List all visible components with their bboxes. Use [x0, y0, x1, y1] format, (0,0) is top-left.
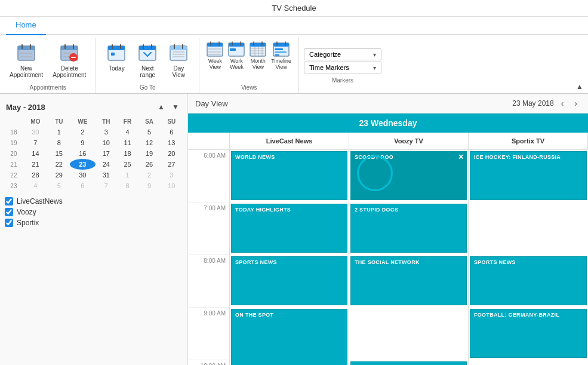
cal-source-sportix-checkbox[interactable]	[5, 219, 13, 227]
ribbon-group-goto: Today Nextrange	[96, 38, 199, 93]
cal-day-other-5-w5[interactable]: 5	[48, 180, 70, 191]
time-markers-chevron-icon: ▾	[373, 65, 376, 71]
cal-day-12-w1[interactable]: 12	[138, 137, 160, 148]
cal-day-14-w2[interactable]: 14	[23, 148, 48, 159]
ribbon-collapse-button[interactable]: ▲	[576, 82, 583, 91]
svg-rect-31	[207, 43, 223, 47]
scooby-doo-close-btn[interactable]: ✕	[458, 153, 464, 161]
new-appointment-label: NewAppointment	[10, 65, 43, 78]
week-num-18: 18	[5, 127, 23, 137]
cal-day-24-w3[interactable]: 24	[96, 159, 117, 170]
cal-day-26-w3[interactable]: 26	[138, 159, 160, 170]
day-nav-prev-btn[interactable]: ‹	[558, 97, 568, 109]
day-view-button[interactable]: DayView	[163, 40, 194, 81]
cal-day-1-w0[interactable]: 1	[48, 127, 70, 137]
cal-day-22-w3[interactable]: 22	[48, 159, 70, 170]
cal-day-23-w3[interactable]: 23	[70, 159, 96, 170]
week-view-button[interactable]: WeekView	[204, 40, 226, 71]
cal-day-3-w0[interactable]: 3	[96, 127, 117, 137]
program-the-social-network[interactable]: THE SOCIAL NETWORK	[350, 256, 467, 305]
cal-day-16-w2[interactable]: 16	[70, 148, 96, 159]
work-week-icon	[228, 41, 245, 58]
today-button[interactable]: Today	[101, 40, 132, 74]
cal-day-27-w3[interactable]: 27	[161, 159, 183, 170]
cal-day-19-w2[interactable]: 19	[138, 148, 160, 159]
cal-source-voozy-checkbox[interactable]	[5, 208, 13, 216]
cal-day-other-2-w4[interactable]: 2	[138, 170, 160, 180]
program-sports-news-sportix[interactable]: SPORTS NEWS	[470, 256, 587, 305]
cal-day-15-w2[interactable]: 15	[48, 148, 70, 159]
cal-day-other-8-w5[interactable]: 8	[117, 180, 138, 191]
program-on-the-spot[interactable]: ON THE SPOT	[231, 309, 347, 365]
cal-day-20-w2[interactable]: 20	[161, 148, 183, 159]
cal-day-13-w1[interactable]: 13	[161, 137, 183, 148]
svg-rect-7	[61, 46, 78, 50]
month-view-icon	[250, 41, 266, 58]
cal-day-other-9-w5[interactable]: 9	[138, 180, 160, 191]
cal-day-other-4-w5[interactable]: 4	[23, 180, 48, 191]
cal-day-18-w2[interactable]: 18	[117, 148, 138, 159]
next-range-button[interactable]: Nextrange	[132, 40, 163, 81]
timeline-view-icon	[273, 41, 290, 58]
cal-source-livecast-checkbox[interactable]	[5, 197, 13, 205]
time-markers-dropdown[interactable]: Time Markers ▾	[304, 62, 381, 73]
program-ice-hockey[interactable]: ICE HOCKEY: FINLAND-RUSSIA	[470, 151, 587, 200]
cal-day-25-w3[interactable]: 25	[117, 159, 138, 170]
program-perfect-match[interactable]: PERFECT MATCH	[350, 361, 467, 365]
svg-rect-1	[18, 46, 35, 50]
work-week-button[interactable]: WorkWeek	[226, 40, 247, 71]
cal-day-other-30-w0[interactable]: 30	[23, 127, 48, 137]
tab-home[interactable]: Home	[6, 17, 46, 35]
cal-day-other-3-w4[interactable]: 3	[161, 170, 183, 180]
categorize-dropdown[interactable]: Categorize ▾	[304, 48, 381, 60]
day-header-su: SU	[161, 116, 183, 127]
delete-appointment-button[interactable]: DeleteAppointment	[48, 40, 91, 81]
cal-day-4-w0[interactable]: 4	[117, 127, 138, 137]
cal-day-17-w2[interactable]: 17	[96, 148, 117, 159]
cal-day-2-w0[interactable]: 2	[70, 127, 96, 137]
svg-rect-15	[108, 46, 125, 50]
cal-source-voozy-label: Voozy	[17, 208, 36, 216]
mini-cal-prev-btn[interactable]: ▲	[155, 101, 167, 113]
program-today-highlights[interactable]: TODAY HIGHLIGHTS	[231, 204, 347, 253]
the-social-network-label: THE SOCIAL NETWORK	[355, 259, 463, 266]
delete-appointment-icon	[59, 42, 80, 64]
program-scooby-doo[interactable]: SCOOBY-DOO ✕	[350, 151, 467, 200]
cal-day-21-w3[interactable]: 21	[23, 159, 48, 170]
day-nav-next-btn[interactable]: ›	[571, 97, 581, 109]
program-world-news[interactable]: WORLD NEWS	[231, 151, 347, 200]
cal-source-livecast-label: LiveCastNews	[17, 197, 63, 205]
month-view-button[interactable]: MonthView	[247, 40, 269, 71]
program-football-germany-brazil[interactable]: FOOTBALL: GERMANY-BRAZIL	[470, 309, 587, 358]
cal-day-28-w4[interactable]: 28	[23, 170, 48, 180]
cal-day-6-w0[interactable]: 6	[161, 127, 183, 137]
cal-day-5-w0[interactable]: 5	[138, 127, 160, 137]
cal-day-other-7-w5[interactable]: 7	[96, 180, 117, 191]
cal-day-8-w1[interactable]: 8	[48, 137, 70, 148]
svg-rect-57	[275, 51, 287, 53]
cal-day-29-w4[interactable]: 29	[48, 170, 70, 180]
cal-source-voozy[interactable]: Voozy	[5, 208, 183, 216]
new-appointment-button[interactable]: NewAppointment	[5, 40, 48, 81]
mini-cal-next-btn[interactable]: ▼	[170, 101, 181, 113]
cal-day-9-w1[interactable]: 9	[70, 137, 96, 148]
cal-day-11-w1[interactable]: 11	[117, 137, 138, 148]
timeline-view-button[interactable]: TimelineView	[269, 40, 294, 71]
program-sports-news-livecast[interactable]: SPORTS NEWS	[231, 256, 347, 305]
cal-day-10-w1[interactable]: 10	[96, 137, 117, 148]
cal-day-other-10-w5[interactable]: 10	[161, 180, 183, 191]
views-buttons: WeekView WorkWeek	[204, 38, 294, 83]
cal-day-other-6-w5[interactable]: 6	[70, 180, 96, 191]
today-label: Today	[109, 65, 125, 72]
program-2-stupid-dogs[interactable]: 2 STUPID DOGS	[350, 204, 467, 253]
month-view-label: MonthView	[251, 58, 266, 70]
cal-source-livecast[interactable]: LiveCastNews	[5, 197, 183, 205]
cal-day-7-w1[interactable]: 7	[23, 137, 48, 148]
cal-day-31-w4[interactable]: 31	[96, 170, 117, 180]
day-view-icon	[168, 42, 189, 64]
cal-source-sportix[interactable]: Sportix	[5, 219, 183, 227]
views-group-label: Views	[204, 83, 294, 93]
svg-rect-24	[170, 46, 187, 50]
cal-day-other-1-w4[interactable]: 1	[117, 170, 138, 180]
cal-day-30-w4[interactable]: 30	[70, 170, 96, 180]
